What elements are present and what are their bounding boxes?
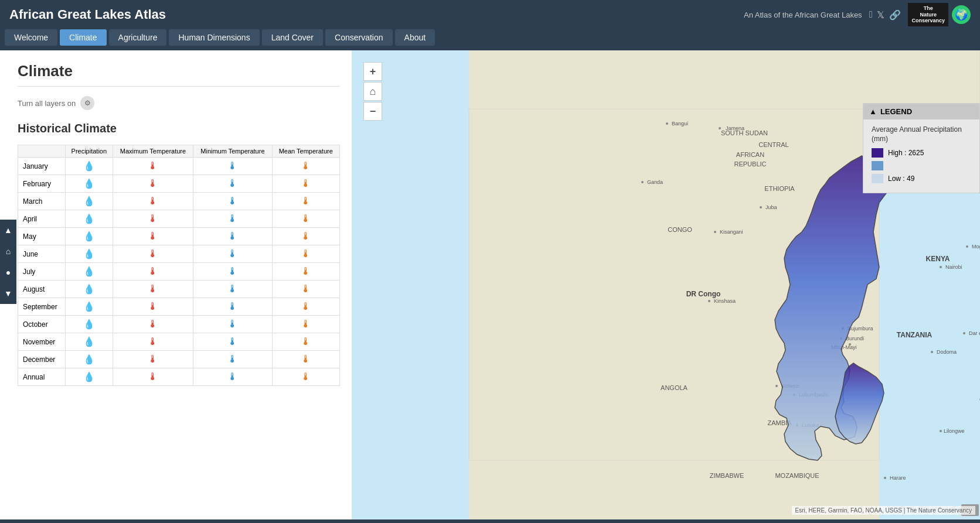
min-temp-icon: 🌡	[227, 248, 238, 259]
table-row: January 💧 🌡 🌡 🌡	[18, 158, 340, 175]
legend-mid-color	[872, 161, 883, 170]
zoom-out-button[interactable]: −	[363, 102, 382, 121]
max-temp-cell[interactable]: 🌡	[113, 281, 193, 298]
max-temp-cell[interactable]: 🌡	[113, 158, 193, 175]
mean-temp-cell[interactable]: 🌡	[272, 245, 339, 263]
mean-temp-cell[interactable]: 🌡	[272, 175, 339, 193]
mean-temp-cell[interactable]: 🌡	[272, 281, 339, 298]
precip-cell[interactable]: 💧	[65, 193, 113, 210]
min-temp-cell[interactable]: 🌡	[193, 333, 272, 351]
max-temp-cell[interactable]: 🌡	[113, 298, 193, 316]
zoom-in-button[interactable]: +	[363, 62, 382, 81]
min-temp-cell[interactable]: 🌡	[193, 281, 272, 298]
min-temp-cell[interactable]: 🌡	[193, 245, 272, 263]
left-nav: ▲ ⌂ ● ▼	[0, 220, 16, 304]
map-label-mozambique: MOZAMBIQUE	[775, 472, 819, 479]
min-temp-cell[interactable]: 🌡	[193, 298, 272, 316]
precip-cell[interactable]: 💧	[65, 333, 113, 351]
table-row: Annual 💧 🌡 🌡 🌡	[18, 368, 340, 386]
precip-cell[interactable]: 💧	[65, 228, 113, 245]
mean-temp-cell[interactable]: 🌡	[272, 210, 339, 228]
min-temp-cell[interactable]: 🌡	[193, 368, 272, 386]
precip-icon: 💧	[83, 196, 95, 206]
tab-human-dimensions[interactable]: Human Dimensions	[169, 29, 259, 46]
mean-temp-cell[interactable]: 🌡	[272, 263, 339, 281]
legend-header[interactable]: ▲ LEGEND	[863, 104, 979, 119]
mean-temp-icon: 🌡	[301, 336, 311, 347]
home-button[interactable]: ⌂	[363, 82, 382, 101]
min-temp-cell[interactable]: 🌡	[193, 316, 272, 333]
map-container[interactable]: SOUTH SUDAN ETHIOPIA SOMALIA CENTRAL AFR…	[352, 50, 980, 519]
mean-temp-cell[interactable]: 🌡	[272, 368, 339, 386]
max-temp-cell[interactable]: 🌡	[113, 245, 193, 263]
legend-low-color	[872, 174, 883, 183]
min-temp-cell[interactable]: 🌡	[193, 175, 272, 193]
tab-climate[interactable]: Climate	[60, 29, 106, 46]
tab-welcome[interactable]: Welcome	[5, 29, 57, 46]
twitter-icon[interactable]: 𝕏	[877, 9, 884, 20]
facebook-icon[interactable]: 	[869, 9, 873, 20]
city-dot-kolwezi	[775, 385, 778, 387]
max-temp-cell[interactable]: 🌡	[113, 228, 193, 245]
max-temp-cell[interactable]: 🌡	[113, 193, 193, 210]
city-label-kinshasa: Kinshasa	[714, 298, 736, 304]
precip-icon: 💧	[83, 161, 95, 171]
min-temp-cell[interactable]: 🌡	[193, 228, 272, 245]
max-temp-cell[interactable]: 🌡	[113, 333, 193, 351]
historical-climate-title: Historical Climate	[18, 122, 340, 135]
max-temp-cell[interactable]: 🌡	[113, 368, 193, 386]
mean-temp-cell[interactable]: 🌡	[272, 333, 339, 351]
precip-icon: 💧	[83, 372, 95, 382]
mean-temp-cell[interactable]: 🌡	[272, 316, 339, 333]
precip-cell[interactable]: 💧	[65, 281, 113, 298]
tab-about[interactable]: About	[395, 29, 435, 46]
map-label-angola: ANGOLA	[661, 384, 688, 391]
mean-temp-cell[interactable]: 🌡	[272, 228, 339, 245]
app-header: African Great Lakes Atlas An Atlas of th…	[0, 0, 980, 29]
city-dot-mogadishu	[966, 245, 968, 248]
max-temp-cell[interactable]: 🌡	[113, 316, 193, 333]
mean-temp-cell[interactable]: 🌡	[272, 298, 339, 316]
max-temp-cell[interactable]: 🌡	[113, 351, 193, 368]
precip-cell[interactable]: 💧	[65, 298, 113, 316]
min-temp-cell[interactable]: 🌡	[193, 351, 272, 368]
max-temp-cell[interactable]: 🌡	[113, 263, 193, 281]
nav-down-button[interactable]: ▼	[2, 285, 14, 302]
min-temp-cell[interactable]: 🌡	[193, 158, 272, 175]
nav-home-button[interactable]: ⌂	[2, 243, 14, 259]
tab-land-cover[interactable]: Land Cover	[262, 29, 323, 46]
precip-cell[interactable]: 💧	[65, 351, 113, 368]
city-label-dar-salaam: Dar es Salaam	[969, 330, 980, 336]
main-nav: Welcome Climate Agriculture Human Dimens…	[0, 29, 980, 50]
min-temp-cell[interactable]: 🌡	[193, 263, 272, 281]
max-temp-cell[interactable]: 🌡	[113, 210, 193, 228]
sidebar-content: Climate Turn all layers on ⚙ Historical …	[0, 50, 352, 398]
svg-rect-2	[352, 50, 469, 519]
city-label-dodoma: Dodoma	[937, 349, 957, 355]
min-temp-cell[interactable]: 🌡	[193, 193, 272, 210]
map-label-central-africa3: REPUBLIC	[734, 160, 766, 168]
col-header-month	[18, 145, 66, 158]
precip-cell[interactable]: 💧	[65, 263, 113, 281]
mean-temp-cell[interactable]: 🌡	[272, 158, 339, 175]
nav-up-button[interactable]: ▲	[2, 222, 14, 238]
month-cell: February	[18, 175, 66, 193]
link-icon[interactable]: 🔗	[889, 9, 901, 20]
nav-dot-button[interactable]: ●	[2, 264, 14, 281]
mean-temp-cell[interactable]: 🌡	[272, 351, 339, 368]
precip-cell[interactable]: 💧	[65, 316, 113, 333]
max-temp-cell[interactable]: 🌡	[113, 175, 193, 193]
tab-conservation[interactable]: Conservation	[325, 29, 393, 46]
precip-cell[interactable]: 💧	[65, 368, 113, 386]
precip-cell[interactable]: 💧	[65, 245, 113, 263]
sidebar-panel: Climate Turn all layers on ⚙ Historical …	[0, 50, 352, 519]
precip-cell[interactable]: 💧	[65, 158, 113, 175]
mean-temp-cell[interactable]: 🌡	[272, 193, 339, 210]
toggle-icon[interactable]: ⚙	[80, 96, 94, 110]
precip-cell[interactable]: 💧	[65, 210, 113, 228]
month-cell: December	[18, 351, 66, 368]
precip-cell[interactable]: 💧	[65, 175, 113, 193]
mean-temp-icon: 🌡	[301, 195, 311, 207]
tab-agriculture[interactable]: Agriculture	[109, 29, 167, 46]
min-temp-cell[interactable]: 🌡	[193, 210, 272, 228]
